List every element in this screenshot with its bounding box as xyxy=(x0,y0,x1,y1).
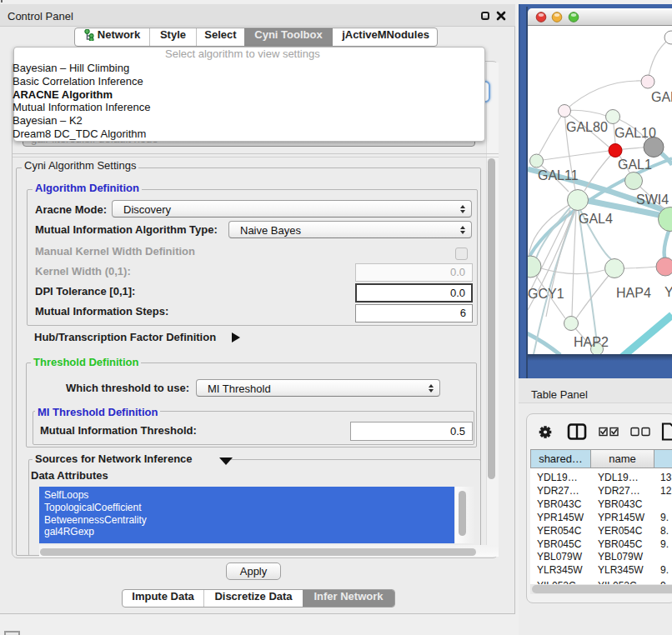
svg-text:GCY1: GCY1 xyxy=(528,287,564,301)
svg-text:GAL2: GAL2 xyxy=(651,90,672,104)
svg-text:SWI4: SWI4 xyxy=(636,192,669,207)
svg-text:HAP2: HAP2 xyxy=(574,335,609,349)
svg-text:GAL11: GAL11 xyxy=(538,168,579,182)
svg-text:GAL4: GAL4 xyxy=(579,212,613,226)
svg-text:Y: Y xyxy=(664,285,672,299)
svg-text:GAL10: GAL10 xyxy=(614,126,656,140)
svg-text:GAL1: GAL1 xyxy=(618,158,652,172)
svg-text:HAP4: HAP4 xyxy=(616,286,651,300)
svg-text:GAL80: GAL80 xyxy=(566,120,608,134)
